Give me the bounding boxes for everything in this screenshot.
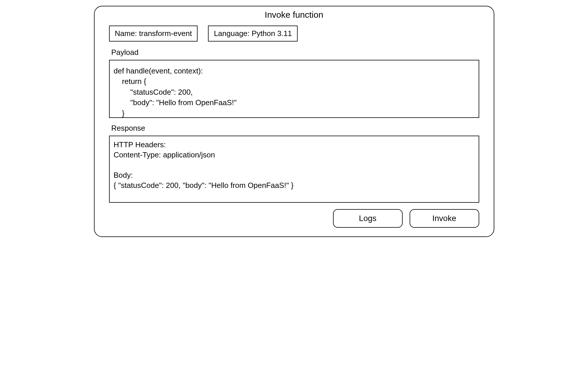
- invoke-function-panel: Invoke function Name: transform-event La…: [94, 6, 494, 237]
- name-box: Name: transform-event: [109, 26, 198, 42]
- language-box: Language: Python 3.11: [208, 26, 298, 42]
- response-label: Response: [111, 124, 479, 133]
- response-output: HTTP Headers: Content-Type: application/…: [109, 136, 479, 203]
- language-label: Language:: [214, 29, 249, 38]
- language-value: Python 3.11: [252, 29, 292, 38]
- logs-button[interactable]: Logs: [333, 209, 403, 228]
- panel-title: Invoke function: [109, 10, 479, 20]
- meta-row: Name: transform-event Language: Python 3…: [109, 26, 479, 42]
- payload-label: Payload: [111, 48, 479, 57]
- name-value: transform-event: [139, 29, 192, 38]
- invoke-button[interactable]: Invoke: [410, 209, 479, 228]
- payload-input[interactable]: [109, 60, 479, 118]
- name-label: Name:: [115, 29, 137, 38]
- button-row: Logs Invoke: [109, 209, 479, 228]
